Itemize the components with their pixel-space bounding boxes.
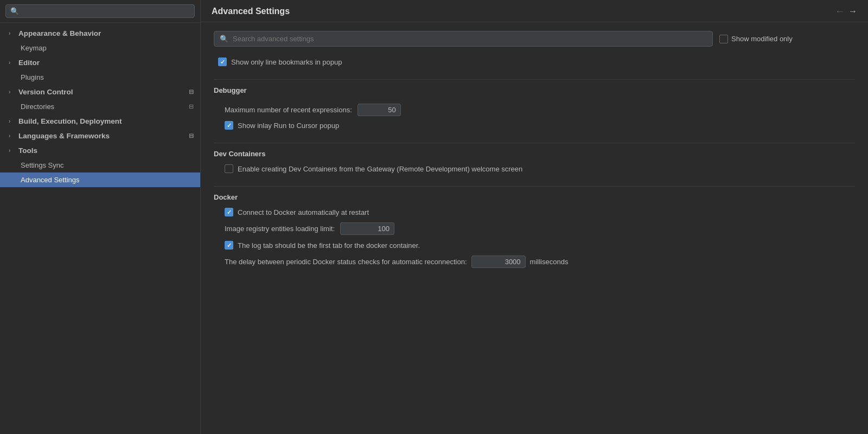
devcontainers-separator	[214, 143, 855, 143]
sidebar-item-languages-label: Languages & Frameworks	[18, 132, 110, 140]
sidebar-item-advanced-settings-label: Advanced Settings	[21, 176, 79, 184]
sidebar-item-build-label: Build, Execution, Deployment	[18, 117, 122, 125]
connect-docker-checkbox[interactable]	[225, 208, 233, 216]
sidebar-item-version-control-label: Version Control	[18, 88, 73, 96]
chevron-tools-icon: ›	[9, 148, 15, 154]
delay-unit-label: milliseconds	[530, 258, 569, 266]
repo-vc-icon: ⊟	[189, 88, 194, 95]
bookmarks-section: Show only line bookmarks in popup	[214, 58, 855, 66]
connect-docker-row: Connect to Docker automatically at resta…	[214, 208, 855, 216]
dev-containers-title: Dev Containers	[214, 150, 855, 158]
sidebar-item-tools-label: Tools	[18, 146, 37, 155]
sidebar-item-editor[interactable]: › Editor	[0, 55, 200, 70]
repo-lang-icon: ⊟	[189, 132, 194, 139]
show-modified-checkbox[interactable]	[719, 35, 728, 43]
sidebar-search-wrapper[interactable]: 🔍	[5, 4, 195, 18]
docker-section: Docker Connect to Docker automatically a…	[214, 193, 855, 271]
content-search-wrapper: 🔍 Show modified only	[214, 31, 855, 47]
sidebar-item-appearance-label: Appearance & Behavior	[18, 29, 101, 37]
max-expressions-input[interactable]	[358, 104, 401, 116]
delay-row: The delay between periodic Docker status…	[214, 253, 855, 271]
show-modified-label: Show modified only	[731, 35, 793, 43]
back-arrow-icon[interactable]: ←	[835, 7, 844, 16]
content-search-icon: 🔍	[220, 35, 228, 43]
log-tab-row: The log tab should be the first tab for …	[214, 241, 855, 250]
chevron-lang-icon: ›	[9, 133, 15, 139]
image-registry-label: Image registry entities loading limit:	[225, 225, 335, 233]
sidebar-item-settings-sync-label: Settings Sync	[21, 161, 64, 169]
main-body: 🔍 Show modified only Show only line book…	[201, 22, 868, 434]
chevron-vc-icon: ›	[9, 89, 15, 95]
sidebar-search-input[interactable]	[22, 7, 190, 15]
enable-dev-containers-row: Enable creating Dev Containers from the …	[214, 164, 855, 173]
debugger-section: Debugger Maximum number of recent expres…	[214, 86, 855, 130]
page-title: Advanced Settings	[212, 7, 290, 16]
content-search-bar[interactable]: 🔍	[214, 31, 713, 47]
debugger-separator	[214, 79, 855, 80]
sidebar-item-editor-label: Editor	[18, 59, 40, 67]
sidebar-item-plugins[interactable]: Plugins	[0, 70, 200, 85]
show-inlay-checkbox[interactable]	[225, 121, 233, 130]
sidebar-item-keymap[interactable]: Keymap	[0, 41, 200, 55]
debugger-title: Debugger	[214, 86, 855, 94]
sidebar-nav: › Appearance & Behavior Keymap › Editor …	[0, 23, 200, 434]
sidebar-item-settings-sync[interactable]: Settings Sync	[0, 158, 200, 173]
show-bookmarks-row: Show only line bookmarks in popup	[214, 58, 855, 66]
connect-docker-label: Connect to Docker automatically at resta…	[238, 208, 369, 216]
enable-dev-containers-label: Enable creating Dev Containers from the …	[238, 165, 522, 173]
chevron-editor-icon: ›	[9, 60, 15, 66]
sidebar-search-icon: 🔍	[10, 7, 19, 15]
docker-separator	[214, 186, 855, 187]
sidebar-item-languages[interactable]: › Languages & Frameworks ⊟	[0, 129, 200, 143]
delay-input[interactable]	[471, 256, 526, 268]
show-inlay-label: Show inlay Run to Cursor popup	[238, 122, 339, 130]
dev-containers-section: Dev Containers Enable creating Dev Conta…	[214, 150, 855, 173]
chevron-appearance-icon: ›	[9, 30, 15, 36]
sidebar-item-version-control[interactable]: › Version Control ⊟	[0, 85, 200, 99]
show-inlay-row: Show inlay Run to Cursor popup	[214, 121, 855, 130]
show-modified-wrapper: Show modified only	[719, 35, 793, 43]
log-tab-label: The log tab should be the first tab for …	[238, 241, 420, 250]
image-registry-row: Image registry entities loading limit:	[214, 220, 855, 238]
show-bookmarks-label: Show only line bookmarks in popup	[231, 58, 342, 66]
main-header: Advanced Settings ← →	[201, 0, 868, 22]
repo-dir-icon: ⊟	[189, 103, 194, 110]
log-tab-checkbox[interactable]	[225, 241, 233, 250]
sidebar-item-build[interactable]: › Build, Execution, Deployment	[0, 114, 200, 129]
max-expressions-row: Maximum number of recent expressions:	[214, 101, 855, 119]
nav-arrows: ← →	[835, 7, 857, 16]
sidebar-search-bar: 🔍	[0, 0, 200, 23]
sidebar-item-directories-label: Directories	[21, 103, 54, 111]
docker-title: Docker	[214, 193, 855, 201]
max-expressions-label: Maximum number of recent expressions:	[225, 106, 352, 114]
content-search-input[interactable]	[233, 35, 707, 43]
sidebar: 🔍 › Appearance & Behavior Keymap › Edito…	[0, 0, 201, 434]
forward-arrow-icon[interactable]: →	[848, 7, 857, 16]
show-bookmarks-checkbox[interactable]	[218, 58, 227, 66]
image-registry-input[interactable]	[340, 222, 394, 235]
sidebar-item-tools[interactable]: › Tools	[0, 143, 200, 158]
delay-label: The delay between periodic Docker status…	[225, 258, 467, 266]
chevron-build-icon: ›	[9, 118, 15, 124]
sidebar-item-keymap-label: Keymap	[21, 44, 47, 52]
main-content: Advanced Settings ← → 🔍 Show modified on…	[201, 0, 868, 434]
sidebar-item-directories[interactable]: Directories ⊟	[0, 99, 200, 114]
sidebar-item-advanced-settings[interactable]: Advanced Settings	[0, 173, 200, 187]
sidebar-item-plugins-label: Plugins	[21, 73, 44, 81]
enable-dev-containers-checkbox[interactable]	[225, 164, 233, 173]
sidebar-item-appearance[interactable]: › Appearance & Behavior	[0, 26, 200, 41]
